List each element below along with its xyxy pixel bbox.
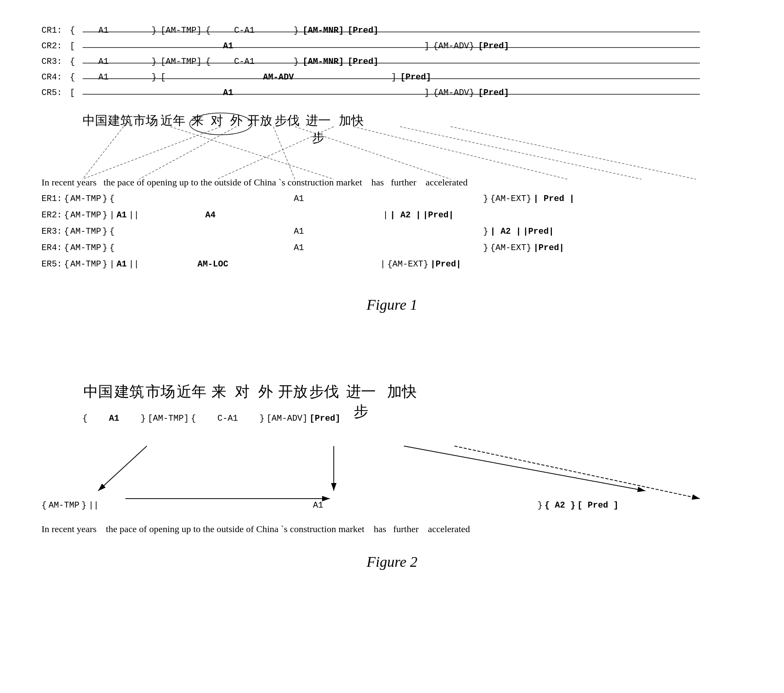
er2-b1c: } (102, 210, 107, 220)
cr3-b3: } (294, 57, 299, 67)
er5-amext: {AM-EXT} (387, 259, 428, 269)
er2-sep2: || (129, 210, 139, 220)
er5-b1c: } (102, 259, 107, 269)
cr1-ammnr: [AM-MNR] (303, 26, 344, 35)
fig2-er-row: { AM-TMP } || A1 } { A2 } [ Pred ] (42, 501, 618, 510)
cr4-b2: [ (160, 72, 166, 82)
chinese-char-5: 来 (188, 112, 207, 146)
fig2-cr-amadv: [AM-ADV] (266, 414, 308, 423)
fig2-er-sep2: } (537, 501, 543, 510)
cr4-row: CR4: { A1 } [ AM-ADV ] [Pred] (42, 72, 431, 82)
fig2-er-b1: { (42, 501, 47, 510)
english-text-fig2: In recent years the pace of opening up t… (42, 524, 470, 534)
svg-line-14 (353, 127, 567, 179)
cr2-bracket-open: [ (70, 41, 75, 51)
cr3-b1: { (70, 57, 75, 67)
er2-row: ER2: { AM-TMP } | A1 || A4 | | A2 | |Pre… (42, 210, 454, 220)
cr2-label: CR2: (42, 41, 62, 51)
fig2-er-a1: A1 (313, 501, 323, 510)
cr3-row: CR3: { A1 } [AM-TMP] { C-A1 } [AM-MNR] [… (42, 57, 379, 67)
fig2-cr-b1c: } (141, 414, 146, 423)
er4-amext: {AM-EXT} (490, 243, 532, 253)
er4-pred: |Pred| (533, 243, 564, 253)
cr2-pred: [Pred] (478, 41, 509, 51)
er1-amext: {AM-EXT} (490, 194, 532, 204)
cr3-b1c: } (152, 57, 157, 67)
er1-label: ER1: (42, 194, 62, 204)
er1-b3: } (483, 194, 488, 204)
er1-b1: { (64, 194, 69, 204)
figure1: CR1: { A1 } [AM-TMP] { C-A1 } [AM-MNR] [… (0, 12, 784, 351)
chinese-char-1: 中国 (83, 112, 108, 146)
er3-b3: } (483, 227, 488, 236)
er5-sep1: | (109, 259, 115, 269)
fig2-chinese-11: 加快 (382, 382, 421, 421)
er1-pred: | Pred | (533, 194, 574, 204)
er3-row: ER3: { AM-TMP } { A1 } | A2 | |Pred| (42, 227, 554, 236)
chinese-char-2: 建筑 (108, 112, 133, 146)
chinese-char-11: 加快 (336, 112, 367, 146)
er2-a2: | A2 | (390, 210, 421, 220)
svg-line-22 (455, 446, 700, 499)
cr3-ca1: C-A1 (234, 57, 255, 67)
cr3-ammnr: [AM-MNR] (303, 57, 344, 67)
cr4-pred: [Pred] (400, 72, 431, 82)
cr5-amadv: {AM-ADV} (433, 88, 474, 98)
fig2-chinese-10: 进一步 (340, 382, 382, 421)
er4-b3: } (483, 243, 488, 253)
chinese-char-8: 开放 (246, 112, 273, 146)
cr2-bracket-close: ] (424, 41, 429, 51)
svg-line-21 (404, 446, 645, 491)
cr1-bracket-open: { (70, 26, 75, 35)
er2-sep3: | (383, 210, 388, 220)
er4-b1: { (64, 243, 69, 253)
chinese-char-4: 近年 (159, 112, 188, 146)
cr4-a1: A1 (99, 72, 109, 82)
cr1-b2: { (206, 26, 211, 35)
er5-amtmp: AM-TMP (70, 259, 101, 269)
cr1-a1: A1 (99, 26, 109, 35)
er2-a4: A4 (205, 210, 215, 220)
fig2-cr-amtmp: [AM-TMP] (148, 414, 189, 423)
er5-sep2: || (129, 259, 139, 269)
cr4-b1: { (70, 72, 75, 82)
figure2-label: Figure 2 (22, 553, 762, 570)
english-sentence-fig1: In recent years the pace of opening up t… (42, 177, 468, 188)
cr1-row: CR1: { A1 } [AM-TMP] { C-A1 } [AM-MNR] [… (42, 26, 379, 35)
er3-a2: | A2 | (490, 227, 521, 236)
er4-row: ER4: { AM-TMP } { A1 } {AM-EXT} |Pred| (42, 243, 564, 253)
fig2-cr-b2: { (191, 414, 196, 423)
er1-b1c: } (102, 194, 107, 204)
er5-a1b: A1 (116, 259, 127, 269)
er2-sep1: | (109, 210, 115, 220)
er2-b1: { (64, 210, 69, 220)
er1-a1: A1 (294, 194, 304, 204)
er2-amtmp: AM-TMP (70, 210, 101, 220)
chinese-char-6: 对 (207, 112, 227, 146)
figure2: 中国 建筑 市场 近年 来 对 外 开放 步伐 进一步 加快 { A1 } [A… (0, 370, 784, 662)
fig2-cr-a1: A1 (109, 414, 119, 423)
fig2-cr-ca1: C-A1 (217, 414, 238, 423)
er5-pred: |Pred| (430, 259, 461, 269)
chinese-char-9: 步伐 (273, 112, 301, 146)
fig2-er-pred: [ Pred ] (577, 501, 618, 510)
fig2-cr-b3: } (259, 414, 264, 423)
er4-label: ER4: (42, 243, 62, 253)
chinese-char-7: 外 (227, 112, 246, 146)
er2-a1: A1 (116, 210, 127, 220)
cr2-row: CR2: [ A1 ] {AM-ADV} [Pred] (42, 41, 509, 51)
svg-line-18 (98, 446, 147, 491)
er3-b2: { (109, 227, 115, 236)
fig2-er-a2: { A2 } (544, 501, 575, 510)
cr5-b1: [ (70, 88, 75, 98)
cr3-amtmp: [AM-TMP] (160, 57, 202, 67)
er5-b1: { (64, 259, 69, 269)
cr3-pred: [Pred] (348, 57, 379, 67)
er4-b1c: } (102, 243, 107, 253)
figure1-label: Figure 1 (22, 296, 762, 313)
cr4-label: CR4: (42, 72, 62, 82)
figure1-label-text: Figure 1 (366, 296, 418, 313)
cr1-label: CR1: (42, 26, 62, 35)
er3-pred: |Pred| (523, 227, 554, 236)
cr1-amtmp: [AM-TMP] (160, 26, 202, 35)
